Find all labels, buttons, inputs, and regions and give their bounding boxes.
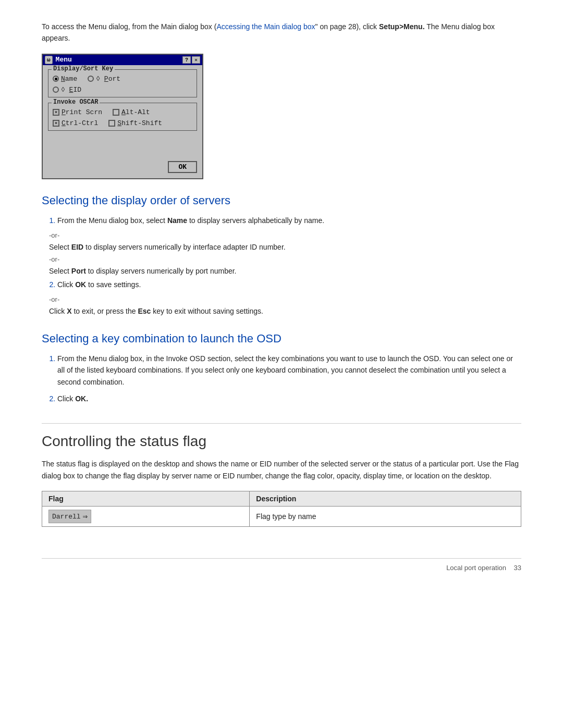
menu-dialog: ω Menu ? ✕ Display/Sort Key Name [42, 54, 203, 179]
flag-cell: Darrell ⇒ [42, 507, 250, 527]
intro-paragraph: To access the Menu dialog, from the Main… [42, 21, 521, 44]
flag-col-header: Flag [42, 491, 250, 507]
flag-name: Darrell ⇒ [48, 510, 91, 523]
section3-intro: The status flag is displayed on the desk… [42, 458, 521, 482]
radio-eid-label: ◊ EID [61, 86, 81, 94]
sub-text-3: Click X to exit, or press the Esc key to… [49, 305, 521, 317]
chk-shift-item[interactable]: Shift-Shift [108, 119, 162, 127]
radio-name-item[interactable]: Name [53, 75, 77, 83]
section3-heading: Controlling the status flag [42, 423, 521, 450]
main-dialog-link[interactable]: Accessing the Main dialog box [216, 22, 315, 31]
radio-eid-item[interactable]: ◊ EID [53, 86, 81, 94]
checkbox-row-1: Print Scrn Alt-Alt [53, 108, 192, 116]
chk-print-item[interactable]: Print Scrn [53, 108, 102, 116]
or-line-3: -or- [49, 295, 521, 303]
dialog-body: Display/Sort Key Name ◊ Port [43, 65, 202, 178]
chk-alt-label: Alt-Alt [121, 108, 150, 116]
or-line-2: -or- [49, 255, 521, 263]
chk-alt-item[interactable]: Alt-Alt [113, 108, 150, 116]
flag-arrow-icon: ⇒ [83, 511, 88, 522]
dialog-titlebar: ω Menu ? ✕ [43, 55, 202, 65]
page-footer: Local port operation 33 [42, 558, 521, 572]
display-sort-key-group: Display/Sort Key Name ◊ Port [48, 69, 197, 97]
chk-print-label: Print Scrn [62, 108, 102, 116]
table-header-row: Flag Description [42, 491, 521, 507]
section1-steps-2: Click OK to save settings. [57, 279, 521, 290]
section2-heading: Selecting a key combination to launch th… [42, 332, 521, 346]
ok-button[interactable]: OK [168, 161, 197, 173]
step2-2-text: Click OK. [57, 394, 88, 403]
dialog-wrapper: ω Menu ? ✕ Display/Sort Key Name [42, 54, 521, 179]
chk-shift-box[interactable] [108, 120, 115, 127]
section1-heading: Selecting the display order of servers [42, 194, 521, 207]
description-cell: Flag type by name [250, 507, 521, 527]
chk-ctrl-item[interactable]: Ctrl-Ctrl [53, 119, 98, 127]
invoke-oscar-group: Invoke OSCAR Print Scrn Alt-Alt [48, 103, 197, 131]
close-button[interactable]: ✕ [192, 56, 200, 64]
or-line-1: -or- [49, 231, 521, 239]
chk-ctrl-label: Ctrl-Ctrl [62, 119, 98, 127]
titlebar-left: ω Menu [45, 56, 72, 64]
group1-label: Display/Sort Key [52, 65, 115, 72]
section2-step1: From the Menu dialog box, in the Invoke … [57, 353, 521, 388]
chk-shift-label: Shift-Shift [117, 119, 162, 127]
radio-port-item[interactable]: ◊ Port [88, 75, 120, 83]
radio-eid-circle[interactable] [53, 87, 59, 93]
help-button[interactable]: ? [182, 56, 191, 64]
intro-page-ref: 28 [348, 22, 357, 31]
radio-name-label: Name [61, 75, 77, 83]
intro-text-after-link: " on page [315, 22, 348, 31]
titlebar-right: ? ✕ [182, 56, 200, 64]
footer-page [508, 564, 512, 572]
radio-port-circle[interactable] [88, 76, 94, 82]
section2-step2: Click OK. [57, 393, 521, 404]
radio-row-1: Name ◊ Port [53, 75, 192, 83]
flag-table: Flag Description Darrell ⇒ Flag type by … [42, 491, 521, 527]
table-row: Darrell ⇒ Flag type by name [42, 507, 521, 527]
intro-text-before-link: To access the Menu dialog, from the Main… [42, 22, 216, 31]
group2-label: Invoke OSCAR [52, 98, 100, 106]
footer-page-number: 33 [514, 564, 521, 572]
step2-text: Click OK to save settings. [57, 280, 141, 289]
radio-port-label: ◊ Port [96, 75, 120, 83]
chk-print-box[interactable] [53, 109, 59, 116]
step1-text: From the Menu dialog box, select Name to… [57, 216, 324, 225]
ok-row: OK [48, 161, 197, 173]
section1-step1: From the Menu dialog box, select Name to… [57, 215, 521, 226]
chk-alt-box[interactable] [113, 109, 119, 116]
section2-steps-2: Click OK. [57, 393, 521, 404]
description-col-header: Description [250, 491, 521, 507]
radio-name-circle[interactable] [53, 76, 59, 82]
sub-text-1: Select EID to display servers numericall… [49, 241, 521, 253]
radio-row-2: ◊ EID [53, 86, 192, 94]
footer-text: Local port operation [446, 564, 506, 572]
dialog-title: Menu [56, 56, 72, 64]
checkbox-row-2: Ctrl-Ctrl Shift-Shift [53, 119, 192, 127]
section2-steps: From the Menu dialog box, in the Invoke … [57, 353, 521, 388]
dialog-empty-area [48, 136, 197, 157]
section1-steps: From the Menu dialog box, select Name to… [57, 215, 521, 226]
section1-step2: Click OK to save settings. [57, 279, 521, 290]
sub-text-2: Select Port to display servers numerical… [49, 265, 521, 277]
flag-name-text: Darrell [52, 513, 81, 521]
hp-logo: ω [45, 56, 53, 64]
step2-1-text: From the Menu dialog box, in the Invoke … [57, 354, 513, 386]
chk-ctrl-box[interactable] [53, 120, 59, 127]
